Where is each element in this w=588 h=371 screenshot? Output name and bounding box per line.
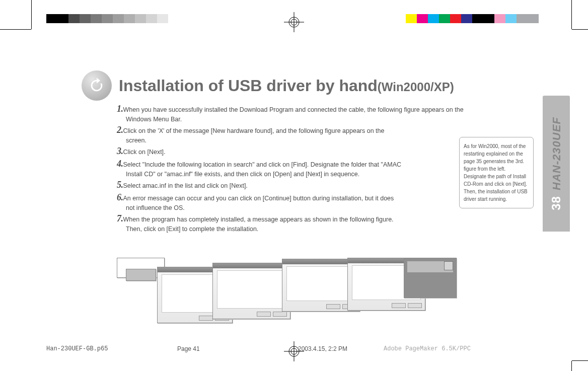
- swatch: [91, 14, 102, 23]
- swatch: [102, 14, 113, 23]
- instruction-step: 4.Select "Include the following location…: [117, 159, 469, 178]
- swatch: [68, 14, 80, 23]
- note-text: As for Win2000, most of the restarting e…: [464, 143, 528, 202]
- swatch: [179, 14, 190, 23]
- step-number: 2.: [117, 125, 123, 135]
- step-number: 3.: [117, 146, 123, 156]
- step-number: 1.: [117, 104, 123, 114]
- grayscale-colorbar: [46, 14, 201, 23]
- swatch: [135, 14, 146, 23]
- step-text-cont: not influence the OS.: [126, 204, 469, 211]
- swatch: [483, 14, 494, 23]
- step-text: Select "Include the following location i…: [123, 161, 402, 168]
- swatch: [439, 14, 450, 23]
- step-text: When you have successfully installed the…: [123, 106, 464, 113]
- swatch: [190, 14, 201, 23]
- footer-filename: Han-230UEF-GB.p65: [46, 345, 177, 352]
- swatch: [417, 14, 428, 23]
- registration-mark-icon: [284, 12, 304, 32]
- step-text-cont: Then, click on [Exit] to complete the in…: [126, 226, 469, 233]
- screenshot-strip: [117, 258, 454, 333]
- screenshot-thumbnail: [126, 269, 156, 281]
- crop-mark: [571, 0, 572, 29]
- note-box: As for Win2000, most of the restarting e…: [459, 137, 534, 208]
- swatch: [472, 14, 483, 23]
- swatch: [528, 14, 539, 23]
- swatch: [113, 14, 124, 23]
- crop-mark: [571, 361, 572, 371]
- step-text-cont: Windows Menu Bar.: [126, 116, 469, 123]
- instruction-step: 3.Click on [Next].: [117, 146, 469, 157]
- swatch: [168, 14, 179, 23]
- crop-mark: [572, 29, 588, 30]
- instruction-step: 7.When the program has completely instal…: [117, 213, 469, 233]
- screenshot-thumbnail: [404, 258, 457, 298]
- swatch: [517, 14, 528, 23]
- crop-mark: [31, 0, 32, 29]
- instruction-step: 5.Select amac.inf in the list and click …: [117, 180, 469, 190]
- swatch: [57, 14, 68, 23]
- swatch: [157, 14, 168, 23]
- swatch: [494, 14, 505, 23]
- side-model-code: HAN-230UEF: [550, 117, 563, 190]
- swatch: [505, 14, 517, 23]
- footer-page: Page 41: [177, 345, 298, 352]
- step-text: When the program has completely installe…: [123, 216, 394, 223]
- screenshot-thumbnail: [212, 263, 290, 319]
- swatch: [428, 14, 439, 23]
- swatch: [406, 14, 417, 23]
- page-title: Installation of USB driver by hand(Win20…: [119, 77, 454, 95]
- step-text: Click on [Next].: [123, 149, 166, 156]
- step-text: An error message can occur and you can c…: [123, 195, 394, 202]
- swatch: [146, 14, 157, 23]
- step-number: 7.: [117, 213, 123, 224]
- step-number: 4.: [117, 159, 123, 169]
- refresh-circle-icon: [82, 70, 112, 101]
- swatch: [450, 14, 461, 23]
- swatch: [46, 14, 57, 23]
- footer-datetime: 2003.4.15, 2:2 PM: [298, 345, 384, 352]
- imposition-footer: Han-230UEF-GB.p65 Page 41 2003.4.15, 2:2…: [46, 345, 558, 352]
- footer-app: Adobe PageMaker 6.5K/PPC: [384, 345, 471, 352]
- instruction-steps: 1.When you have successfully installed t…: [117, 104, 469, 235]
- swatch: [461, 14, 472, 23]
- page-title-row: Installation of USB driver by hand(Win20…: [82, 70, 454, 101]
- step-text: Select amac.inf in the list and click on…: [123, 182, 248, 189]
- page-side-tab: 38 HAN-230UEF: [543, 96, 570, 232]
- step-text: Click on the 'X' of the message [New har…: [123, 127, 385, 134]
- swatch: [124, 14, 135, 23]
- step-number: 5.: [117, 180, 123, 190]
- step-text-cont: Install CD" or "amac.inf" file exists, a…: [126, 171, 469, 178]
- step-number: 6.: [117, 192, 123, 202]
- instruction-step: 6.An error message can occur and you can…: [117, 192, 469, 211]
- instruction-step: 1.When you have successfully installed t…: [117, 104, 469, 123]
- instruction-step: 2.Click on the 'X' of the message [New h…: [117, 125, 469, 144]
- crop-mark: [572, 360, 588, 361]
- side-page-number: 38: [549, 196, 563, 210]
- crop-mark: [0, 29, 31, 30]
- color-colorbar: [406, 14, 539, 23]
- step-text-cont: screen.: [126, 137, 469, 144]
- swatch: [80, 14, 91, 23]
